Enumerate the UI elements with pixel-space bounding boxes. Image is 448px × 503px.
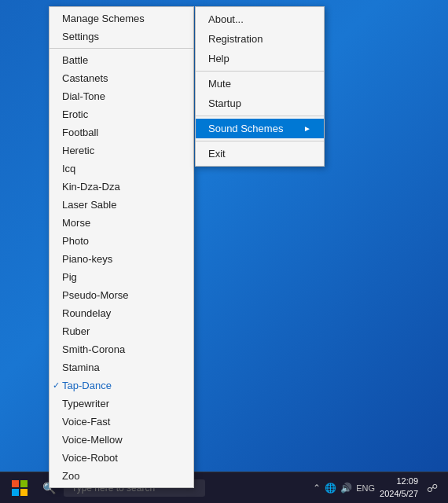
chevron-up-icon[interactable]: ⌃ xyxy=(313,483,321,494)
menu-item-battle[interactable]: Battle xyxy=(50,51,193,69)
menu-item-icq[interactable]: Icq xyxy=(50,160,193,178)
desktop: Manage Schemes Settings Battle Castanets… xyxy=(0,0,448,503)
menu-item-tap-dance[interactable]: Tap-Dance xyxy=(50,376,193,395)
menu-item-photo[interactable]: Photo xyxy=(50,232,193,250)
menu-item-laser-sable[interactable]: Laser Sable xyxy=(50,196,193,214)
menu-item-football[interactable]: Football xyxy=(50,123,193,141)
menu-item-settings[interactable]: Settings xyxy=(50,28,193,46)
menu-divider-top xyxy=(50,48,193,49)
volume-icon[interactable]: 🔊 xyxy=(340,483,352,494)
submenu-item-about[interactable]: About... xyxy=(196,9,324,29)
notification-button[interactable]: ☍ xyxy=(423,479,442,497)
menu-item-heretic[interactable]: Heretic xyxy=(50,141,193,160)
context-menu-main[interactable]: Manage Schemes Settings Battle Castanets… xyxy=(49,6,194,488)
submenu-item-mute[interactable]: Mute xyxy=(196,74,324,94)
menu-item-typewriter[interactable]: Typewriter xyxy=(50,395,193,413)
menu-item-voice-mellow[interactable]: Voice-Mellow xyxy=(50,431,193,449)
language-icon: ENG xyxy=(356,483,375,493)
menu-item-kin-dza-dza[interactable]: Kin-Dza-Dza xyxy=(50,178,193,196)
system-tray: ⌃ 🌐 🔊 ENG xyxy=(313,483,375,494)
menu-item-voice-robot[interactable]: Voice-Robot xyxy=(50,449,193,467)
clock-date: 2024/5/27 xyxy=(380,488,418,500)
submenu-item-sound-schemes[interactable]: Sound Schemes ► xyxy=(196,119,324,138)
menu-item-zoo[interactable]: Zoo xyxy=(50,467,193,485)
menu-item-manage-schemes[interactable]: Manage Schemes xyxy=(50,9,193,28)
submenu-item-exit[interactable]: Exit xyxy=(196,144,324,163)
menu-item-piano-keys[interactable]: Piano-keys xyxy=(50,250,193,268)
submenu-item-registration[interactable]: Registration xyxy=(196,29,324,49)
sound-schemes-arrow-icon: ► xyxy=(303,124,311,133)
menu-item-morse[interactable]: Morse xyxy=(50,214,193,232)
sub-divider-1 xyxy=(196,71,324,72)
menu-item-voice-fast[interactable]: Voice-Fast xyxy=(50,413,193,431)
menu-item-stamina[interactable]: Stamina xyxy=(50,358,193,376)
sub-divider-3 xyxy=(196,141,324,141)
submenu-item-startup[interactable]: Startup xyxy=(196,94,324,113)
menu-item-castanets[interactable]: Castanets xyxy=(50,69,193,87)
menu-item-erotic[interactable]: Erotic xyxy=(50,105,193,123)
menu-item-pseudo-morse[interactable]: Pseudo-Morse xyxy=(50,286,193,304)
menu-item-ruber[interactable]: Ruber xyxy=(50,322,193,340)
menu-item-dial-tone[interactable]: Dial-Tone xyxy=(50,87,193,105)
system-clock[interactable]: 12:09 2024/5/27 xyxy=(380,475,418,500)
windows-icon xyxy=(12,480,28,496)
menu-item-pig[interactable]: Pig xyxy=(50,268,193,286)
clock-time: 12:09 xyxy=(380,475,418,487)
submenu-item-help[interactable]: Help xyxy=(196,49,324,68)
context-menu-sub[interactable]: About... Registration Help Mute Startup … xyxy=(195,6,325,167)
menu-item-smith-corona[interactable]: Smith-Corona xyxy=(50,340,193,358)
menu-item-roundelay[interactable]: Roundelay xyxy=(50,304,193,322)
taskbar-right: ⌃ 🌐 🔊 ENG 12:09 2024/5/27 ☍ xyxy=(313,475,448,500)
network-icon: 🌐 xyxy=(325,483,336,494)
sub-divider-2 xyxy=(196,116,324,116)
start-button[interactable] xyxy=(0,472,39,504)
